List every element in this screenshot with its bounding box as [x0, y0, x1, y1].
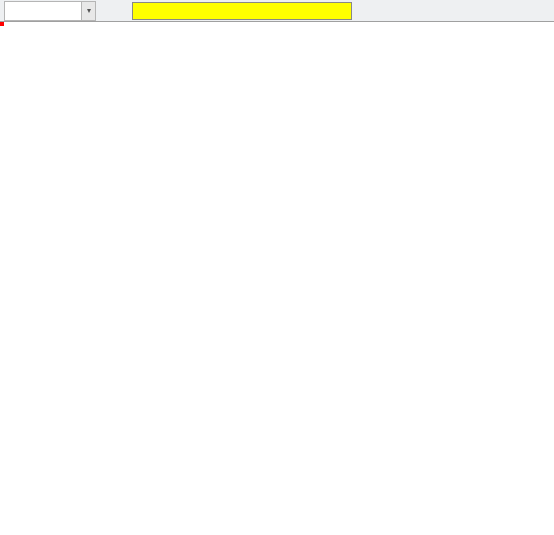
formula-bar[interactable]	[132, 2, 352, 20]
active-cell-outline	[0, 22, 4, 26]
name-box[interactable]	[4, 1, 82, 21]
name-box-dropdown[interactable]: ▾	[82, 1, 96, 21]
formula-bar-row: ▾	[0, 0, 554, 22]
